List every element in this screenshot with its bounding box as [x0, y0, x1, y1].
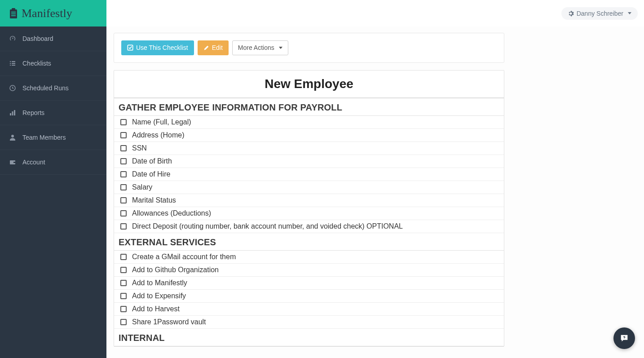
sidebar-item-scheduled-runs[interactable]: Scheduled Runs — [0, 76, 106, 101]
sidebar-item-label: Scheduled Runs — [22, 84, 69, 92]
checkbox-icon[interactable] — [120, 145, 127, 151]
clock-icon — [9, 84, 16, 92]
check-square-icon — [127, 44, 133, 51]
svg-rect-7 — [10, 63, 11, 64]
svg-rect-17 — [13, 162, 15, 163]
gear-icon — [568, 10, 574, 17]
task-row[interactable]: Direct Deposit (routing number, bank acc… — [114, 220, 504, 233]
task-label: Add to Expensify — [132, 292, 186, 300]
svg-rect-6 — [12, 61, 15, 62]
checkbox-icon[interactable] — [120, 280, 127, 286]
checkbox-icon[interactable] — [120, 184, 127, 190]
checkbox-icon[interactable] — [120, 319, 127, 325]
chevron-down-icon — [628, 12, 631, 14]
checkbox-icon[interactable] — [120, 132, 127, 138]
checkbox-icon[interactable] — [120, 267, 127, 273]
task-label: Date of Hire — [132, 170, 170, 178]
checkbox-icon[interactable] — [120, 119, 127, 125]
svg-rect-1 — [12, 8, 15, 10]
checklist-card: New Employee GATHER EMPLOYEE INFORMATION… — [114, 70, 504, 347]
svg-rect-10 — [12, 65, 15, 66]
task-row[interactable]: Date of Birth — [114, 155, 504, 168]
task-row[interactable]: SSN — [114, 142, 504, 155]
task-row[interactable]: Add to Expensify — [114, 290, 504, 303]
chat-help-icon — [619, 333, 629, 343]
task-row[interactable]: Name (Full, Legal) — [114, 116, 504, 129]
section-header: INTERNAL — [114, 329, 504, 346]
sidebar-item-label: Checklists — [22, 60, 51, 67]
checkbox-icon[interactable] — [120, 197, 127, 203]
task-label: SSN — [132, 144, 147, 152]
task-label: Name (Full, Legal) — [132, 118, 191, 126]
use-checklist-button[interactable]: Use This Checklist — [121, 40, 194, 55]
svg-rect-5 — [10, 61, 11, 62]
task-label: Add to Github Organization — [132, 266, 219, 274]
svg-rect-2 — [11, 12, 16, 13]
chevron-down-icon — [279, 47, 282, 49]
clipboard-icon — [9, 8, 18, 19]
sidebar-item-checklists[interactable]: Checklists — [0, 51, 106, 76]
task-label: Add to Manifestly — [132, 279, 187, 287]
help-chat-button[interactable] — [613, 327, 635, 349]
checkbox-icon[interactable] — [120, 210, 127, 217]
task-row[interactable]: Address (Home) — [114, 129, 504, 142]
user-name: Danny Schreiber — [577, 10, 623, 17]
task-label: Salary — [132, 183, 152, 191]
sidebar-item-label: Reports — [22, 109, 44, 116]
section-header: EXTERNAL SERVICES — [114, 233, 504, 251]
checkbox-icon[interactable] — [120, 254, 127, 260]
sidebar-item-label: Dashboard — [22, 35, 53, 42]
checkbox-icon[interactable] — [120, 306, 127, 312]
sidebar-item-account[interactable]: Account — [0, 150, 106, 175]
user-icon — [9, 134, 16, 141]
task-label: Add to Harvest — [132, 305, 180, 313]
task-row[interactable]: Share 1Password vault — [114, 316, 504, 329]
checklist-sections: GATHER EMPLOYEE INFORMATION FOR PAYROLLN… — [114, 98, 504, 346]
sidebar-item-dashboard[interactable]: Dashboard — [0, 27, 106, 51]
brand-header[interactable]: Manifestly — [0, 0, 106, 27]
task-label: Share 1Password vault — [132, 318, 206, 326]
task-label: Allowances (Deductions) — [132, 209, 211, 217]
bar-chart-icon — [9, 109, 16, 116]
checkbox-icon[interactable] — [120, 171, 127, 177]
task-row[interactable]: Allowances (Deductions) — [114, 207, 504, 220]
task-row[interactable]: Marital Status — [114, 194, 504, 207]
gauge-icon — [9, 35, 16, 42]
task-row[interactable]: Create a GMail account for them — [114, 251, 504, 264]
topbar: Danny Schreiber — [106, 0, 644, 27]
task-label: Address (Home) — [132, 131, 184, 139]
svg-rect-8 — [12, 63, 15, 64]
checkbox-icon[interactable] — [120, 158, 127, 164]
task-row[interactable]: Add to Harvest — [114, 303, 504, 316]
sidebar-item-label: Team Members — [22, 134, 66, 141]
checklist-title: New Employee — [114, 71, 504, 98]
sidebar: Manifestly Dashboard Checklists Schedule… — [0, 0, 106, 358]
main-region: Danny Schreiber Use This Checklist — [106, 0, 644, 358]
task-label: Direct Deposit (routing number, bank acc… — [132, 222, 403, 230]
section-header: GATHER EMPLOYEE INFORMATION FOR PAYROLL — [114, 98, 504, 116]
pencil-icon — [203, 45, 209, 51]
sidebar-item-label: Account — [22, 159, 45, 166]
sidebar-item-reports[interactable]: Reports — [0, 101, 106, 125]
task-row[interactable]: Add to Github Organization — [114, 264, 504, 277]
app-root: Manifestly Dashboard Checklists Schedule… — [0, 0, 644, 358]
brand-name: Manifestly — [22, 7, 72, 20]
svg-rect-9 — [10, 65, 11, 66]
content-scroll[interactable]: Use This Checklist Edit More Actions N — [106, 27, 644, 358]
task-row[interactable]: Add to Manifestly — [114, 277, 504, 290]
task-row[interactable]: Date of Hire — [114, 168, 504, 181]
button-label: Use This Checklist — [136, 44, 188, 52]
sidebar-item-team-members[interactable]: Team Members — [0, 125, 106, 150]
task-row[interactable]: Salary — [114, 181, 504, 194]
action-bar: Use This Checklist Edit More Actions — [114, 33, 504, 63]
more-actions-button[interactable]: More Actions — [232, 40, 288, 55]
user-menu[interactable]: Danny Schreiber — [561, 7, 638, 20]
checkbox-icon[interactable] — [120, 293, 127, 299]
list-icon — [9, 60, 16, 67]
svg-rect-4 — [11, 15, 16, 16]
checkbox-icon[interactable] — [120, 223, 127, 230]
button-label: Edit — [212, 44, 223, 52]
edit-button[interactable]: Edit — [198, 40, 229, 55]
svg-rect-3 — [11, 13, 16, 14]
button-label: More Actions — [238, 44, 274, 52]
